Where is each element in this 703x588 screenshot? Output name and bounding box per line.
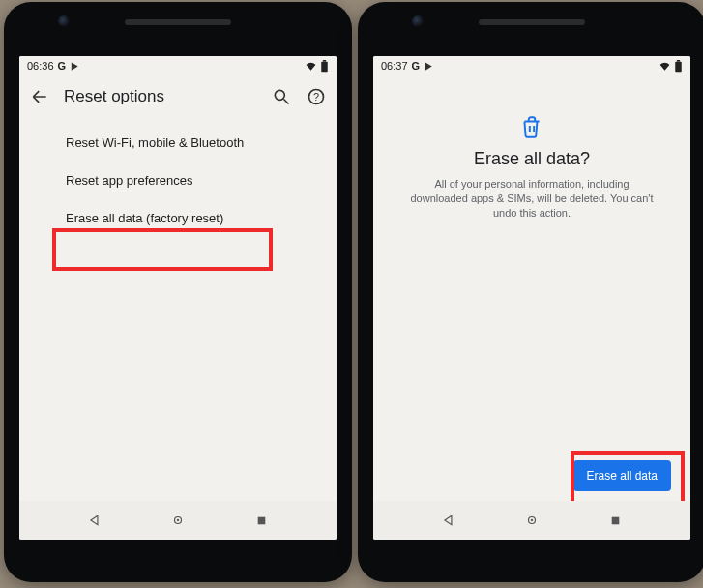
help-icon[interactable]: ?: [306, 86, 327, 107]
svg-rect-9: [675, 61, 682, 72]
svg-point-14: [531, 519, 533, 521]
phone-frame-left: 06:36 G Reset options: [4, 2, 352, 582]
erase-all-data-button[interactable]: Erase all data: [573, 460, 671, 491]
status-bar: 06:36 G: [19, 56, 337, 75]
reset-options-list: Reset Wi-Fi, mobile & Bluetooth Reset ap…: [19, 118, 337, 237]
front-camera: [58, 15, 70, 27]
erase-all-data-item[interactable]: Erase all data (factory reset): [19, 199, 337, 237]
status-time: 06:36: [27, 60, 54, 72]
speaker-grille: [479, 19, 585, 25]
speaker-grille: [125, 19, 231, 25]
svg-point-7: [177, 519, 179, 521]
screen-right: 06:37 G: [373, 56, 690, 540]
nav-bar: [373, 501, 690, 540]
nav-bar: [19, 501, 337, 540]
svg-rect-1: [323, 60, 326, 62]
svg-point-2: [275, 90, 284, 100]
svg-line-3: [284, 100, 289, 104]
battery-icon: [320, 60, 329, 73]
nav-recent-icon[interactable]: [607, 513, 623, 528]
page-title: Reset options: [64, 87, 257, 106]
wifi-icon: [305, 60, 317, 73]
svg-rect-10: [677, 60, 680, 62]
nav-back-icon[interactable]: [441, 513, 456, 528]
status-bar: 06:37 G: [373, 56, 690, 75]
nav-home-icon[interactable]: [524, 513, 540, 528]
appbar: Reset options ?: [19, 75, 337, 118]
google-status-icon: G: [412, 60, 421, 72]
front-camera: [412, 15, 424, 27]
svg-rect-15: [611, 516, 619, 524]
google-status-icon: G: [58, 60, 67, 72]
nav-back-icon[interactable]: [87, 513, 103, 528]
wifi-icon: [659, 60, 671, 73]
play-status-icon: [424, 61, 434, 72]
reset-app-prefs-item[interactable]: Reset app preferences: [19, 162, 337, 199]
battery-icon: [674, 60, 683, 73]
nav-home-icon[interactable]: [170, 513, 186, 528]
annotation-highlight: [56, 232, 269, 267]
trash-icon: [519, 114, 544, 139]
status-time: 06:37: [381, 60, 408, 72]
back-icon[interactable]: [29, 86, 50, 107]
svg-rect-0: [321, 61, 328, 72]
reset-wifi-item[interactable]: Reset Wi-Fi, mobile & Bluetooth: [19, 124, 337, 162]
svg-rect-8: [257, 516, 265, 524]
screen-left: 06:36 G Reset options: [19, 56, 337, 540]
phone-frame-right: 06:37 G: [358, 2, 703, 582]
search-icon[interactable]: [271, 86, 292, 107]
erase-body-text: All of your personal information, includ…: [406, 177, 658, 220]
erase-title: Erase all data?: [393, 149, 671, 169]
svg-text:?: ?: [313, 91, 319, 103]
play-status-icon: [70, 61, 80, 72]
erase-confirm-page: Erase all data? All of your personal inf…: [373, 75, 690, 220]
nav-recent-icon[interactable]: [253, 513, 269, 528]
